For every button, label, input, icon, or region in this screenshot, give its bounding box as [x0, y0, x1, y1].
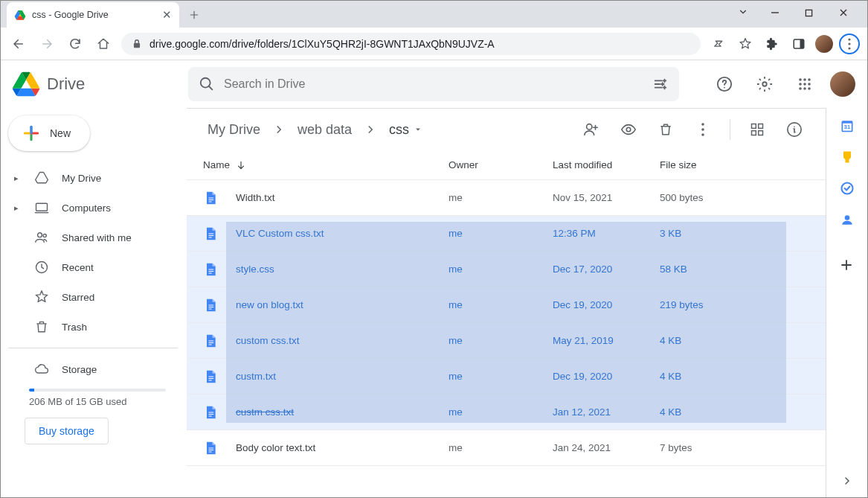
star-icon — [33, 290, 50, 304]
file-icon — [203, 441, 236, 456]
svg-point-30 — [701, 123, 704, 126]
bookmark-icon[interactable] — [735, 33, 756, 54]
tasks-icon[interactable] — [840, 181, 855, 196]
drive-header: Drive — [1, 60, 867, 108]
settings-icon[interactable] — [750, 69, 779, 99]
new-button-label: New — [50, 127, 71, 139]
drive-logo[interactable]: Drive — [13, 71, 176, 97]
plus-icon — [22, 124, 41, 143]
tabs-dropdown-icon[interactable] — [738, 7, 748, 17]
manage-access-icon[interactable] — [576, 115, 606, 144]
svg-rect-34 — [759, 124, 763, 129]
search-options-icon[interactable] — [652, 76, 669, 92]
contacts-icon[interactable] — [840, 212, 855, 227]
file-size: 4 KB — [660, 406, 681, 418]
minimize-button[interactable] — [771, 8, 794, 17]
file-row[interactable]: Width.txtmeNov 15, 2021500 bytes — [187, 180, 826, 216]
file-owner: me — [449, 228, 553, 239]
maximize-button[interactable] — [805, 9, 829, 17]
chrome-menu-button[interactable] — [839, 33, 860, 54]
breadcrumb-item[interactable]: web data — [293, 119, 356, 141]
column-size[interactable]: File size — [660, 159, 809, 170]
close-window-button[interactable] — [839, 8, 863, 17]
file-owner: me — [449, 371, 553, 382]
calendar-icon[interactable]: 31 — [840, 118, 855, 133]
file-icon — [203, 405, 236, 420]
browser-tab[interactable]: css - Google Drive ✕ — [7, 2, 179, 28]
svg-point-22 — [803, 87, 806, 90]
breadcrumb-item-current[interactable]: css — [385, 119, 427, 141]
file-row[interactable]: new on blog.txtmeDec 19, 2020219 bytes — [187, 287, 826, 323]
help-icon[interactable] — [710, 69, 739, 99]
new-button[interactable]: New — [8, 115, 90, 151]
forward-button[interactable] — [36, 33, 57, 54]
extensions-icon[interactable] — [762, 33, 782, 54]
file-row[interactable]: Body color text.txtmeJan 24, 20217 bytes — [187, 430, 826, 466]
toolbar-actions — [576, 115, 809, 144]
apps-icon[interactable] — [790, 69, 820, 99]
sidepanel-icon[interactable] — [788, 33, 809, 54]
lock-icon — [132, 39, 142, 49]
collapse-rail-icon[interactable] — [841, 475, 853, 487]
buy-storage-button[interactable]: Buy storage — [25, 418, 109, 444]
back-button[interactable] — [8, 33, 29, 54]
file-row[interactable]: custm.txtmeDec 19, 20204 KB — [187, 359, 826, 395]
svg-point-23 — [808, 87, 811, 90]
sidebar-item-mydrive[interactable]: ▸ My Drive — [8, 163, 187, 193]
more-actions-icon[interactable] — [688, 115, 718, 144]
delete-icon[interactable] — [651, 115, 681, 144]
reload-button[interactable] — [65, 33, 86, 54]
cloud-icon — [33, 362, 50, 377]
column-name[interactable]: Name — [203, 159, 449, 170]
svg-point-20 — [808, 83, 811, 86]
divider — [730, 119, 730, 140]
search-box[interactable] — [188, 67, 679, 101]
preview-icon[interactable] — [614, 115, 643, 144]
sidebar-item-starred[interactable]: Starred — [8, 282, 187, 312]
url-field[interactable]: drive.google.com/drive/folders/1ClXuY5QH… — [121, 33, 701, 55]
tab-close-icon[interactable]: ✕ — [162, 8, 172, 22]
sidebar-item-shared[interactable]: Shared with me — [8, 223, 187, 252]
file-modified: Dec 17, 2020 — [553, 264, 660, 275]
file-owner: me — [449, 192, 553, 203]
file-size: 58 KB — [660, 264, 687, 275]
layout-grid-icon[interactable] — [742, 115, 772, 144]
file-modified: Nov 15, 2021 — [553, 192, 660, 203]
file-modified: Dec 19, 2020 — [553, 371, 660, 382]
file-row[interactable]: custom css.txtmeMay 21, 20194 KB — [187, 323, 826, 359]
account-avatar[interactable] — [830, 71, 855, 97]
breadcrumb-item[interactable]: My Drive — [203, 119, 265, 141]
profile-avatar-small[interactable] — [815, 35, 833, 53]
share-icon[interactable] — [708, 33, 729, 54]
keep-icon[interactable] — [840, 150, 855, 165]
file-icon — [203, 226, 236, 241]
svg-point-18 — [799, 83, 802, 86]
sidebar-item-trash[interactable]: Trash — [8, 312, 187, 342]
file-owner: me — [449, 406, 553, 418]
file-size: 4 KB — [660, 371, 681, 382]
drive-logo-text: Drive — [47, 74, 85, 94]
new-tab-button[interactable] — [184, 4, 205, 25]
column-owner[interactable]: Owner — [449, 159, 553, 170]
file-row[interactable]: custm css.txtmeJan 12, 20214 KB — [187, 395, 826, 430]
column-modified[interactable]: Last modified — [553, 159, 660, 170]
computer-icon — [33, 200, 50, 215]
file-row[interactable]: style.cssmeDec 17, 202058 KB — [187, 252, 826, 287]
view-details-icon[interactable] — [779, 115, 809, 144]
sidebar-item-storage[interactable]: Storage — [8, 354, 187, 384]
file-row[interactable]: VLC Custom css.txtme12:36 PM3 KB — [187, 216, 826, 252]
file-owner: me — [449, 264, 553, 275]
home-button[interactable] — [93, 33, 114, 54]
file-owner: me — [449, 299, 553, 310]
svg-point-15 — [799, 78, 802, 81]
file-modified: May 21, 2019 — [553, 335, 660, 346]
sidebar-item-computers[interactable]: ▸ Computers — [8, 193, 187, 223]
sidebar-item-label: Computers — [62, 202, 111, 214]
addons-icon[interactable] — [840, 258, 855, 273]
svg-point-28 — [587, 124, 592, 130]
search-input[interactable] — [224, 77, 643, 91]
svg-rect-33 — [752, 124, 756, 129]
people-icon — [33, 230, 50, 245]
sidebar-item-label: Starred — [62, 292, 94, 303]
sidebar-item-recent[interactable]: Recent — [8, 252, 187, 282]
